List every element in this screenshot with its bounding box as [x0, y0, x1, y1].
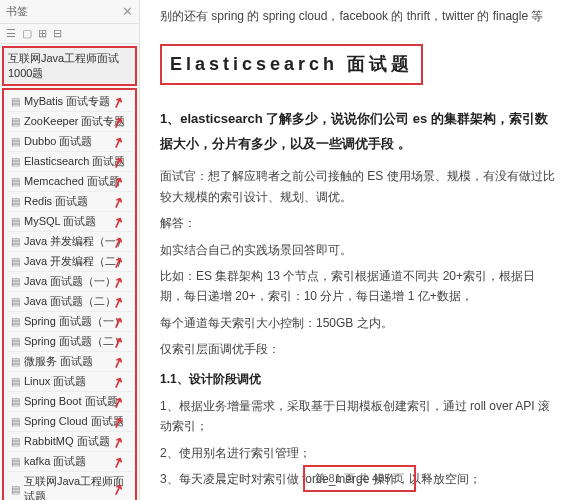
bookmark-label: Java 面试题（一） — [24, 274, 116, 289]
answer-line-1: 如实结合自己的实践场景回答即可。 — [160, 240, 559, 260]
expand-icon[interactable]: ⊞ — [38, 27, 47, 40]
arrow-annotation-icon: ↗ — [110, 212, 127, 231]
document-icon: ▤ — [11, 136, 20, 147]
bookmark-item[interactable]: ▤Java 开发编程（二）↗ — [7, 252, 132, 272]
bookmark-label: 微服务 面试题 — [24, 354, 93, 369]
page-footer: 第 81 页 共 485 页 — [303, 465, 417, 492]
arrow-annotation-icon: ↗ — [110, 432, 127, 451]
document-icon: ▤ — [11, 176, 20, 187]
document-icon: ▤ — [11, 376, 20, 387]
answer-label: 解答： — [160, 213, 559, 233]
bookmark-item[interactable]: ▤Elasticsearch 面试题↗ — [7, 152, 132, 172]
interviewer-note: 面试官：想了解应聘者之前公司接触的 ES 使用场景、规模，有没有做过比较大规模的… — [160, 166, 559, 207]
bookmark-label: RabbitMQ 面试题 — [24, 434, 110, 449]
close-icon[interactable]: ✕ — [122, 4, 133, 19]
document-icon: ▤ — [11, 216, 20, 227]
sidebar-title: 书签 — [6, 4, 28, 19]
bookmark-item[interactable]: ▤Spring Boot 面试题↗ — [7, 392, 132, 412]
question-1-title: 1、elasticsearch 了解多少，说说你们公司 es 的集群架构，索引数… — [160, 107, 559, 156]
bookmark-item[interactable]: ▤互联网Java工程师面试题↗ — [7, 472, 132, 500]
bookmark-item[interactable]: ▤微服务 面试题↗ — [7, 352, 132, 372]
bookmark-list-container: ▤MyBatis 面试专题↗▤ZooKeeper 面试专题↗▤Dubbo 面试题… — [2, 88, 137, 500]
document-icon: ▤ — [11, 456, 20, 467]
document-icon: ▤ — [11, 156, 20, 167]
document-icon: ▤ — [11, 416, 20, 427]
answer-line-3: 每个通道每天索引大小控制：150GB 之内。 — [160, 313, 559, 333]
bookmark-label: MySQL 面试题 — [24, 214, 96, 229]
document-icon: ▤ — [11, 116, 20, 127]
bookmark-item[interactable]: ▤Java 并发编程（一）↗ — [7, 232, 132, 252]
document-icon: ▤ — [11, 436, 20, 447]
arrow-annotation-icon: ↗ — [110, 192, 127, 211]
list-icon[interactable]: ☰ — [6, 27, 16, 40]
document-icon: ▤ — [11, 256, 20, 267]
bookmark-item[interactable]: ▤MyBatis 面试专题↗ — [7, 92, 132, 112]
document-icon: ▤ — [11, 276, 20, 287]
bookmark-label: kafka 面试题 — [24, 454, 86, 469]
section-title: Elasticsearch 面试题 — [160, 44, 423, 85]
arrow-annotation-icon: ↗ — [110, 452, 127, 471]
document-icon: ▤ — [11, 296, 20, 307]
bookmark-label: Redis 面试题 — [24, 194, 88, 209]
document-icon: ▤ — [11, 96, 20, 107]
bookmark-label: Java 面试题（二） — [24, 294, 116, 309]
document-icon: ▤ — [11, 336, 20, 347]
bookmark-item[interactable]: ▤Spring 面试题（一）↗ — [7, 312, 132, 332]
only-layer-note: 仅索引层面调优手段： — [160, 339, 559, 359]
subheading-1-1: 1.1、设计阶段调优 — [160, 369, 559, 389]
square-icon[interactable]: ▢ — [22, 27, 32, 40]
bookmark-item[interactable]: ▤Memcached 面试题↗ — [7, 172, 132, 192]
document-icon: ▤ — [11, 196, 20, 207]
bookmarks-sidebar: 书签 ✕ ☰ ▢ ⊞ ⊟ 互联网Java工程师面试1000题 ▤MyBatis … — [0, 0, 140, 500]
bookmark-item[interactable]: ▤Redis 面试题↗ — [7, 192, 132, 212]
arrow-annotation-icon: ↗ — [110, 132, 127, 151]
bookmark-item[interactable]: ▤RabbitMQ 面试题↗ — [7, 432, 132, 452]
collapse-icon[interactable]: ⊟ — [53, 27, 62, 40]
intro-para: 别的还有 spring 的 spring cloud，facebook 的 th… — [160, 6, 559, 26]
bookmark-item[interactable]: ▤Spring Cloud 面试题↗ — [7, 412, 132, 432]
document-icon: ▤ — [11, 396, 20, 407]
arrow-annotation-icon: ↗ — [110, 352, 127, 371]
bookmark-item[interactable]: ▤kafka 面试题↗ — [7, 452, 132, 472]
root-bookmark[interactable]: 互联网Java工程师面试1000题 — [2, 46, 137, 86]
arrow-annotation-icon: ↗ — [110, 92, 127, 111]
bookmark-label: Dubbo 面试题 — [24, 134, 92, 149]
document-icon: ▤ — [11, 484, 20, 495]
bookmark-item[interactable]: ▤Spring 面试题（二）↗ — [7, 332, 132, 352]
sidebar-header: 书签 ✕ — [0, 0, 139, 24]
bookmark-item[interactable]: ▤Java 面试题（二）↗ — [7, 292, 132, 312]
bookmark-item[interactable]: ▤Java 面试题（一）↗ — [7, 272, 132, 292]
point-2: 2、使用别名进行索引管理； — [160, 443, 559, 463]
bookmark-item[interactable]: ▤ZooKeeper 面试专题↗ — [7, 112, 132, 132]
bookmark-item[interactable]: ▤MySQL 面试题↗ — [7, 212, 132, 232]
bookmark-label: Spring Boot 面试题 — [24, 394, 118, 409]
document-content: 别的还有 spring 的 spring cloud，facebook 的 th… — [140, 0, 579, 500]
bookmark-item[interactable]: ▤Dubbo 面试题↗ — [7, 132, 132, 152]
document-icon: ▤ — [11, 236, 20, 247]
bookmark-item[interactable]: ▤Linux 面试题↗ — [7, 372, 132, 392]
answer-line-2: 比如：ES 集群架构 13 个节点，索引根据通道不同共 20+索引，根据日期，每… — [160, 266, 559, 307]
bookmark-label: MyBatis 面试专题 — [24, 94, 110, 109]
bookmark-label: Memcached 面试题 — [24, 174, 120, 189]
document-icon: ▤ — [11, 316, 20, 327]
bookmark-label: Linux 面试题 — [24, 374, 86, 389]
arrow-annotation-icon: ↗ — [110, 372, 127, 391]
sidebar-toolbar: ☰ ▢ ⊞ ⊟ — [0, 24, 139, 44]
point-1: 1、根据业务增量需求，采取基于日期模板创建索引，通过 roll over API… — [160, 396, 559, 437]
document-icon: ▤ — [11, 356, 20, 367]
